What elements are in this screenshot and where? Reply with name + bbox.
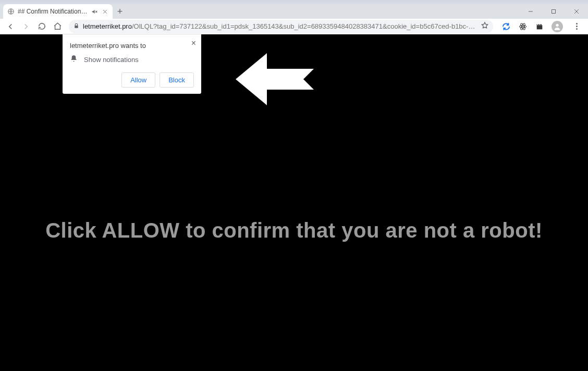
- window-maximize-button[interactable]: [542, 4, 565, 19]
- page-content: × letmeterriket.pro wants to Show notifi…: [0, 34, 588, 371]
- svg-point-14: [556, 23, 558, 26]
- speaker-muted-icon[interactable]: [91, 8, 98, 15]
- back-button[interactable]: [3, 19, 18, 34]
- svg-marker-15: [236, 53, 314, 105]
- bookmark-star-icon[interactable]: [481, 21, 489, 31]
- arrow-left-icon: [236, 53, 314, 118]
- window-minimize-button[interactable]: [519, 4, 542, 19]
- profile-avatar[interactable]: [552, 21, 563, 32]
- new-tab-button[interactable]: +: [113, 4, 127, 19]
- window-titlebar: [0, 0, 588, 4]
- dialog-capability-text: Show notifications: [84, 56, 139, 64]
- block-button[interactable]: Block: [160, 72, 194, 88]
- url-path: /OlLQL?tag_id=737122&sub_id1=pdsk_136514…: [132, 22, 477, 30]
- reload-button[interactable]: [34, 19, 49, 34]
- browser-menu-button[interactable]: [570, 23, 583, 30]
- home-button[interactable]: [50, 19, 65, 34]
- url-text: letmeterriket.pro/OlLQL?tag_id=737122&su…: [83, 22, 477, 30]
- bell-icon: [70, 55, 78, 64]
- refresh-extension-icon[interactable]: [501, 22, 511, 31]
- clapperboard-extension-icon[interactable]: [535, 22, 544, 31]
- lock-icon: [73, 22, 80, 31]
- svg-rect-6: [552, 10, 556, 14]
- svg-rect-9: [75, 25, 78, 28]
- tab-strip: ## Confirm Notifications ## +: [0, 4, 588, 19]
- page-headline: Click ALLOW to confirm that you are not …: [0, 219, 588, 242]
- svg-point-13: [522, 26, 523, 27]
- tab-close-icon[interactable]: [101, 9, 108, 15]
- window-controls: [519, 4, 588, 19]
- url-domain: letmeterriket.pro: [83, 22, 132, 30]
- globe-icon: [7, 8, 15, 15]
- dialog-close-icon[interactable]: ×: [191, 39, 196, 48]
- extension-icons: [501, 21, 583, 32]
- notification-permission-dialog: × letmeterriket.pro wants to Show notifi…: [63, 34, 201, 94]
- tab-title: ## Confirm Notifications ##: [18, 8, 88, 15]
- browser-tab[interactable]: ## Confirm Notifications ##: [3, 4, 113, 19]
- window-close-button[interactable]: [565, 4, 588, 19]
- allow-button[interactable]: Allow: [121, 72, 155, 88]
- browser-toolbar: letmeterriket.pro/OlLQL?tag_id=737122&su…: [0, 19, 588, 34]
- atom-extension-icon[interactable]: [518, 22, 528, 31]
- forward-button[interactable]: [19, 19, 33, 34]
- address-bar[interactable]: letmeterriket.pro/OlLQL?tag_id=737122&su…: [69, 20, 493, 33]
- dialog-origin-text: letmeterriket.pro wants to: [70, 42, 194, 50]
